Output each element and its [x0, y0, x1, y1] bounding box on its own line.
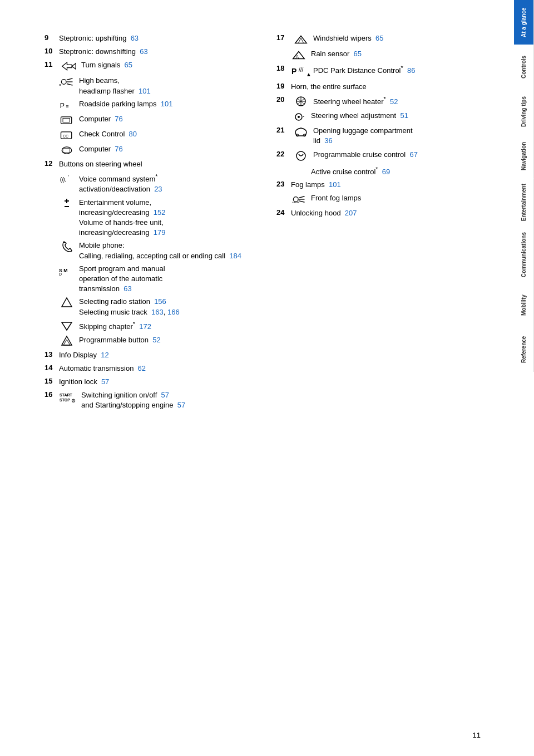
svg-marker-22	[62, 298, 72, 307]
high-beams-ref[interactable]: 101	[139, 87, 151, 95]
check-control-icon: CC	[57, 129, 77, 141]
entry-10-ref[interactable]: 63	[140, 47, 147, 56]
entry-15-ref[interactable]: 57	[101, 377, 109, 386]
svg-text:≡: ≡	[66, 104, 68, 109]
computer2-icon	[57, 144, 77, 156]
sidebar-tab-controls[interactable]: Controls	[514, 45, 534, 89]
computer1-ref[interactable]: 76	[115, 115, 122, 123]
start-stop-icon: STARTSTOP⚙	[59, 390, 79, 405]
sub-parking-lamps: P≡ Roadside parking lamps 101	[57, 99, 260, 111]
ent-volume-ref[interactable]: 152	[154, 208, 166, 217]
entry-16-num: 16	[44, 390, 57, 399]
entry-16-ref2[interactable]: 57	[177, 401, 185, 409]
skip-text: Skipping chapter* 172	[79, 320, 260, 332]
entry-24-num: 24	[276, 208, 289, 217]
music-ref1[interactable]: 163	[151, 308, 164, 316]
entry-14-num: 14	[44, 364, 57, 372]
entry-20-ref[interactable]: 52	[390, 98, 398, 106]
sport-mode-ref[interactable]: 63	[123, 284, 131, 293]
check-control-ref[interactable]: 80	[129, 130, 137, 138]
windshield-icon	[291, 33, 311, 46]
entry-23-ref[interactable]: 101	[329, 180, 341, 189]
phone-ref[interactable]: 184	[229, 252, 241, 260]
entry-20-num: 20	[276, 95, 289, 104]
computer2-text: Computer 76	[79, 144, 260, 154]
entry-16: 16 STARTSTOP⚙ Switching ignition on/off …	[44, 390, 260, 410]
sidebar-tab-communications[interactable]: Communications	[514, 227, 534, 283]
sw-adjust-icon: ·	[289, 111, 309, 123]
entry-24: 24 Unlocking hood 207	[276, 208, 492, 218]
svg-line-45	[299, 197, 305, 198]
entry-15-text: Ignition lock 57	[59, 377, 260, 387]
entry-19-text: Horn, the entire surface	[291, 82, 492, 92]
entry-24-ref[interactable]: 207	[345, 209, 357, 217]
svg-marker-1	[72, 63, 76, 70]
entry-14-ref[interactable]: 62	[138, 364, 146, 372]
sub-sport-mode: S MD Sport program and manualoperation o…	[57, 264, 260, 294]
svg-line-4	[67, 78, 73, 80]
luggage-icon	[291, 126, 311, 138]
high-beams-icon: ≡	[57, 76, 77, 88]
entry-21-ref[interactable]: 36	[324, 136, 332, 145]
entry-17-ref[interactable]: 65	[375, 34, 383, 42]
entry-22-ref[interactable]: 67	[409, 150, 417, 159]
sw-adjust-text: Steering wheel adjustment 51	[311, 111, 492, 121]
right-column: 17 Windshield wipers 65 A Rain sensor 65	[276, 33, 492, 414]
entry-20-text: Steering wheel heater* 52	[313, 95, 492, 107]
entry-11-ref[interactable]: 65	[125, 61, 132, 69]
svg-line-5	[67, 84, 73, 86]
sidebar-tab-navigation[interactable]: Navigation	[514, 134, 534, 178]
sub-radio: Selecting radio station 156Selecting mus…	[57, 297, 260, 317]
hands-free-ref[interactable]: 179	[154, 228, 166, 237]
entry-24-text: Unlocking hood 207	[291, 208, 492, 218]
entry-11-subs: ≡ High beams,headlamp flasher 101 P≡ Roa…	[57, 76, 260, 156]
radio-ref[interactable]: 156	[154, 297, 166, 306]
svg-point-39	[298, 116, 300, 118]
rain-sensor-ref[interactable]: 65	[354, 50, 362, 58]
ent-volume-text: Entertainment volume,increasing/decreasi…	[79, 198, 260, 238]
active-cruise-ref[interactable]: 69	[382, 168, 390, 176]
parking-lamps-text: Roadside parking lamps 101	[79, 99, 260, 109]
entry-18-text: PDC Park Distance Control* 86	[313, 64, 492, 76]
entry-16-ref1[interactable]: 57	[161, 391, 169, 399]
high-beams-text: High beams,headlamp flasher 101	[79, 76, 260, 96]
sidebar-tab-reference[interactable]: Reference	[514, 327, 534, 372]
entry-9-num: 9	[44, 33, 57, 42]
entry-13-text: Info Display 12	[59, 350, 260, 360]
svg-text:START: START	[60, 393, 73, 397]
sub-skip: Skipping chapter* 172	[57, 320, 260, 332]
entry-21: 21 Opening luggage compartmentlid 36	[276, 126, 492, 146]
sw-adjust-ref[interactable]: 51	[400, 111, 408, 120]
svg-text:((ɩ: ((ɩ	[60, 176, 67, 183]
voice-cmd-ref[interactable]: 23	[154, 185, 162, 193]
prog-btn-ref[interactable]: 52	[152, 336, 160, 344]
plus-minus-icon	[57, 198, 77, 210]
sidebar-tab-at-a-glance[interactable]: At a glance	[514, 0, 534, 45]
svg-point-2	[61, 80, 66, 85]
svg-text:·: ·	[303, 111, 305, 120]
phone-icon	[57, 240, 77, 253]
sidebar-tab-driving-tips[interactable]: Driving tips	[514, 89, 534, 134]
computer1-icon	[57, 114, 77, 126]
svg-rect-14	[63, 148, 70, 152]
sidebar-tab-mobility[interactable]: Mobility	[514, 283, 534, 327]
svg-text:▲: ▲	[306, 71, 311, 77]
music-ref2[interactable]: 166	[167, 308, 180, 316]
computer2-ref[interactable]: 76	[115, 145, 122, 153]
entry-13-ref[interactable]: 12	[101, 351, 108, 359]
entry-9-ref[interactable]: 63	[131, 34, 139, 42]
skip-ref[interactable]: 172	[139, 322, 151, 331]
entry-12-subs: ((ɩ′ Voice command system*activation/dea…	[57, 173, 260, 347]
sport-mode-icon: S MD	[57, 264, 77, 276]
entry-18-ref[interactable]: 86	[407, 66, 415, 75]
sidebar-tab-entertainment[interactable]: Entertainment	[514, 178, 534, 227]
entry-18: 18 P///▲ PDC Park Distance Control* 86	[276, 64, 492, 78]
entry-18-num: 18	[276, 64, 289, 72]
entry-15: 15 Ignition lock 57	[44, 377, 260, 387]
voice-cmd-icon: ((ɩ′	[57, 173, 77, 185]
parking-lamps-ref[interactable]: 101	[161, 100, 173, 108]
sub-check-control: CC Check Control 80	[57, 129, 260, 141]
sub-high-beams: ≡ High beams,headlamp flasher 101	[57, 76, 260, 96]
entry-9: 9 Steptronic: upshifting 63	[44, 33, 260, 43]
check-control-text: Check Control 80	[79, 129, 260, 139]
